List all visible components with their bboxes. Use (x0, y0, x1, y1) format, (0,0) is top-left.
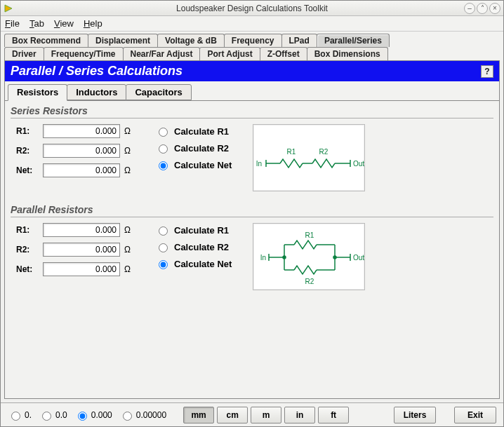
precision-00000-label: 0.00000 (136, 410, 166, 420)
tab-displacement[interactable]: Displacement (88, 34, 158, 47)
series-r2-unit: Ω (124, 146, 134, 156)
tab-voltage-db[interactable]: Voltage & dB (157, 34, 225, 47)
precision-group: 0. 0.0 0.000 0.00000 (8, 409, 166, 421)
tab-lpad[interactable]: LPad (281, 34, 317, 47)
tab-frequency-time[interactable]: Frequency/Time (44, 47, 124, 60)
minimize-icon[interactable]: – (464, 3, 475, 14)
subtab-capacitors[interactable]: Capacitors (126, 84, 191, 100)
parallel-title: Parallel Resistors (11, 204, 493, 215)
precision-000-radio[interactable] (78, 412, 87, 421)
window-title: Loudspeaker Design Calculations Toolkit (1, 4, 503, 13)
series-r2-label: R2: (16, 146, 39, 156)
svg-text:R1: R1 (287, 148, 296, 156)
series-diagram: In Out R1 R2 (253, 124, 365, 191)
svg-marker-0 (5, 5, 12, 12)
precision-00-label: 0.0 (55, 410, 67, 420)
parallel-calc-net-radio[interactable] (159, 260, 168, 269)
app-icon (4, 4, 13, 13)
unit-ft-button[interactable]: ft (318, 407, 349, 423)
panel: Parallel / Series Calculations ? Resisto… (4, 60, 500, 399)
bottom-bar: 0. 0.0 0.000 0.00000 mm cm m in ft Liter… (1, 402, 503, 426)
series-calc-net-label: Calculate Net (174, 160, 232, 170)
series-calc-r1-radio[interactable] (159, 128, 168, 137)
unit-mm-button[interactable]: mm (183, 407, 214, 423)
menu-tab[interactable]: Tab (29, 18, 44, 29)
parallel-net-input[interactable] (43, 262, 120, 276)
parallel-calc-r1-label: Calculate R1 (174, 225, 229, 236)
subtab-inductors[interactable]: Inductors (67, 84, 126, 100)
svg-point-19 (333, 256, 336, 259)
series-r1-unit: Ω (124, 126, 134, 136)
precision-0-radio[interactable] (11, 412, 20, 421)
series-r1-input[interactable] (43, 124, 120, 138)
divider (11, 217, 493, 217)
maximize-icon[interactable]: ˄ (477, 3, 488, 14)
parallel-r1-input[interactable] (43, 223, 120, 237)
tab-driver[interactable]: Driver (4, 47, 44, 60)
subtabs: Resistors Inductors Capacitors (5, 81, 499, 101)
tab-box-dimensions[interactable]: Box Dimensions (307, 47, 388, 60)
precision-00000-radio[interactable] (123, 412, 132, 421)
main-tabs: Box Recommend Displacement Voltage & dB … (1, 32, 503, 60)
exit-button[interactable]: Exit (454, 407, 496, 423)
panel-title: Parallel / Series Calculations (11, 64, 183, 79)
unit-cm-button[interactable]: cm (217, 407, 248, 423)
parallel-net-unit: Ω (124, 264, 134, 274)
svg-text:R1: R1 (305, 231, 314, 239)
series-title: Series Resistors (11, 105, 493, 116)
close-icon[interactable]: × (489, 3, 500, 14)
unit-in-button[interactable]: in (284, 407, 315, 423)
svg-text:In: In (260, 254, 266, 262)
divider (11, 118, 493, 118)
series-block: R1: Ω R2: Ω Net: Ω (11, 124, 493, 191)
tab-frequency[interactable]: Frequency (224, 34, 282, 47)
series-r2-input[interactable] (43, 144, 120, 158)
app-window: Loudspeaker Design Calculations Toolkit … (0, 0, 504, 427)
parallel-calc-r1-radio[interactable] (159, 226, 168, 236)
svg-text:In: In (256, 160, 262, 168)
titlebar: Loudspeaker Design Calculations Toolkit … (1, 1, 503, 16)
svg-text:R2: R2 (305, 278, 314, 285)
tab-near-far-adjust[interactable]: Near/Far Adjust (123, 47, 201, 60)
subtab-resistors[interactable]: Resistors (8, 84, 67, 101)
precision-000-label: 0.000 (91, 410, 112, 420)
parallel-calc-r2-label: Calculate R2 (174, 242, 229, 252)
svg-text:Out: Out (353, 160, 364, 168)
liters-button[interactable]: Liters (394, 407, 436, 423)
parallel-r1-label: R1: (16, 225, 39, 235)
precision-00-radio[interactable] (42, 412, 51, 421)
parallel-calc-net-label: Calculate Net (174, 259, 232, 269)
menu-view[interactable]: View (54, 18, 74, 29)
parallel-block: R1: Ω R2: Ω Net: Ω (11, 223, 493, 290)
menu-help[interactable]: Help (84, 18, 102, 29)
menu-file[interactable]: File (5, 18, 20, 29)
content: Series Resistors R1: Ω R2: Ω Net: (5, 101, 499, 398)
series-calc-r2-radio[interactable] (159, 144, 168, 154)
menubar: File Tab View Help (1, 16, 503, 32)
series-net-label: Net: (16, 165, 39, 175)
svg-text:Out: Out (353, 254, 364, 262)
parallel-r2-input[interactable] (43, 243, 120, 257)
help-button[interactable]: ? (481, 65, 493, 78)
parallel-r2-unit: Ω (124, 245, 134, 255)
series-r1-label: R1: (16, 126, 39, 136)
precision-0-label: 0. (25, 410, 32, 420)
unit-m-button[interactable]: m (251, 407, 281, 423)
parallel-net-label: Net: (16, 264, 39, 274)
tab-z-offset[interactable]: Z-Offset (260, 47, 307, 60)
panel-title-bar: Parallel / Series Calculations ? (5, 61, 499, 81)
svg-text:R2: R2 (319, 148, 329, 156)
series-net-input[interactable] (43, 163, 120, 177)
svg-point-18 (283, 256, 286, 259)
series-net-unit: Ω (124, 165, 134, 175)
parallel-calc-r2-radio[interactable] (159, 243, 168, 252)
tab-parallel-series[interactable]: Parallel/Series (317, 34, 390, 47)
series-calc-r2-label: Calculate R2 (174, 143, 229, 154)
series-calc-r1-label: Calculate R1 (174, 126, 229, 137)
tab-port-adjust[interactable]: Port Adjust (199, 47, 260, 60)
parallel-r2-label: R2: (16, 245, 39, 255)
tab-box-recommend[interactable]: Box Recommend (4, 34, 88, 47)
parallel-diagram: In Out R1 R2 (253, 223, 365, 290)
parallel-r1-unit: Ω (124, 225, 134, 235)
series-calc-net-radio[interactable] (159, 161, 168, 170)
